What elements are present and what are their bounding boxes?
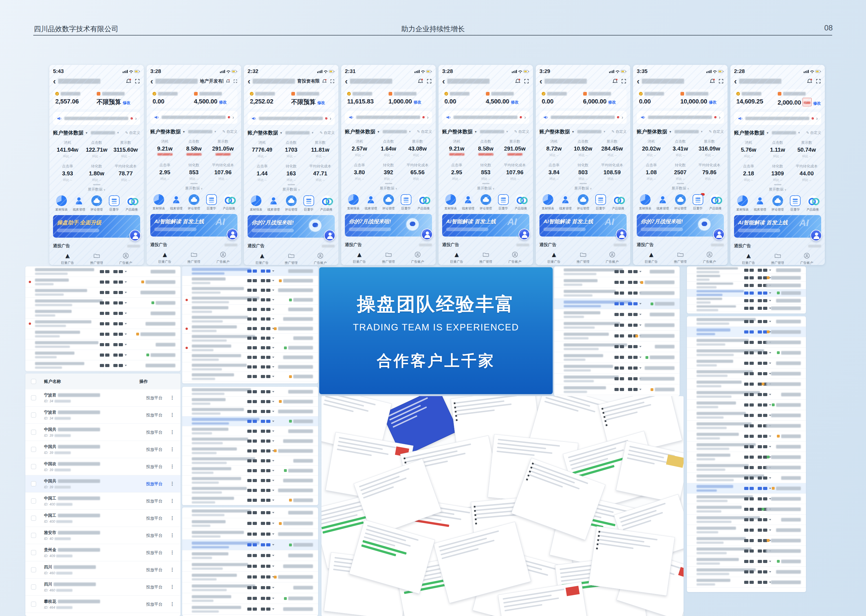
announcement-bar[interactable]: › [150,111,237,124]
modify-budget-link[interactable]: 修改 [813,101,821,105]
customer-service-button[interactable] [324,230,335,241]
back-icon[interactable]: ‹ [150,77,153,85]
bell-icon[interactable] [417,78,424,84]
nav-juliang-ads[interactable]: ▲巨量广告 [450,250,463,264]
platform-link[interactable]: 投放平台 [146,464,162,470]
nav-promotion-management[interactable]: 推广管理 [479,250,492,264]
app-juliang-academy[interactable]: 巨量学 [690,194,706,211]
back-icon[interactable]: ‹ [53,77,56,85]
app-leads-management[interactable]: 线索管理 [168,194,184,211]
ad-section-link-redacted[interactable] [614,244,627,247]
custom-range-button[interactable]: ✎ 自定义 [125,130,140,135]
nav-promotion-management[interactable]: 推广管理 [187,250,201,264]
expand-data-button[interactable]: 展开数据 ∨ [734,184,821,192]
nav-juliang-ads[interactable]: ▲巨量广告 [548,250,561,264]
expand-data-button[interactable]: 展开数据 ∨ [53,184,140,192]
customer-service-button[interactable] [713,229,725,240]
app-leads-management[interactable]: 线索管理 [71,195,87,212]
custom-range-button[interactable]: ✎ 自定义 [611,129,627,134]
bell-icon[interactable] [515,78,521,84]
fullscreen-icon[interactable] [233,79,237,84]
custom-range-button[interactable]: ✎ 自定义 [319,130,335,135]
account-table-row[interactable]: 攀枝花 ID:464 投放平台 ⋮ [25,596,181,613]
section-title[interactable]: 账户整体数据 [248,129,278,136]
expand-data-button[interactable]: 展开数据 ∨ [248,184,335,192]
row-checkbox[interactable] [31,585,36,589]
bell-icon[interactable] [806,78,813,84]
more-vertical-icon[interactable]: ⋮ [170,429,175,435]
account-table-row[interactable]: 四川 ID:460 投放平台 ⋮ [25,578,181,596]
nav-ad-accounts[interactable]: 广告账户 [606,250,619,264]
platform-link[interactable]: 投放平台 [146,567,162,573]
app-juliang-academy[interactable]: 巨量学 [593,194,608,211]
modify-budget-link[interactable]: 修改 [608,100,616,104]
nav-ad-accounts[interactable]: 广告账户 [703,250,716,264]
nav-juliang-ads[interactable]: ▲巨量广告 [256,251,269,265]
app-leads-management[interactable]: 线索管理 [655,194,671,211]
modify-budget-link[interactable]: 修改 [511,100,519,104]
nav-promotion-management[interactable]: 推广管理 [90,251,103,265]
date-range-redacted[interactable] [480,130,504,134]
ad-section-link-redacted[interactable] [419,244,432,247]
section-title[interactable]: 账户整体数据 [442,128,473,135]
expand-data-button[interactable]: 展开数据 ∨ [442,183,529,191]
account-table-row[interactable]: 中国共 ID:39 投放平台 ⋮ [25,441,181,458]
fullscreen-icon[interactable] [816,79,821,84]
date-range-redacted[interactable] [91,131,115,135]
platform-link[interactable]: 投放平台 [146,412,162,418]
announcement-bar[interactable]: › [53,112,140,125]
row-checkbox[interactable] [31,430,36,435]
nav-ad-accounts[interactable]: 广告账户 [411,250,424,264]
back-icon[interactable]: ‹ [734,77,737,85]
promo-banner[interactable]: 操盘助手 全面升级 [53,215,140,238]
date-range-redacted[interactable] [383,130,407,134]
account-table-row[interactable]: 四川 ID:460 投放平台 ⋮ [25,561,181,578]
back-icon[interactable]: ‹ [637,77,640,85]
ad-section-link-redacted[interactable] [711,244,724,247]
custom-range-button[interactable]: ✎ 自定义 [806,130,821,135]
announcement-bar[interactable]: › [734,112,821,125]
app-material-reports[interactable]: 素材报表 [248,195,264,212]
more-vertical-icon[interactable]: ⋮ [170,395,175,401]
bell-icon[interactable] [126,78,132,84]
row-checkbox[interactable] [31,567,36,572]
date-range-redacted[interactable] [772,131,796,135]
nav-ad-accounts[interactable]: 广告账户 [508,250,522,264]
app-product-boost[interactable]: 产品助推 [707,194,723,211]
customer-service-button[interactable] [421,229,432,240]
nav-ad-accounts[interactable]: 广告账户 [217,250,229,264]
promo-banner[interactable]: 你的7月战报来啦! [345,214,432,237]
app-comment-management[interactable]: 评论管理 [186,194,202,211]
row-checkbox[interactable] [31,412,36,418]
ad-section-link-redacted[interactable] [225,244,237,247]
account-table-row[interactable]: 贵州金 ID:409 投放平台 ⋮ [25,544,181,561]
platform-link[interactable]: 投放平台 [146,447,162,452]
expand-data-button[interactable]: 展开数据 ∨ [150,183,237,191]
app-comment-management[interactable]: 评论管理 [673,194,688,211]
date-range-redacted[interactable] [188,130,212,134]
custom-range-button[interactable]: ✎ 自定义 [417,129,432,134]
platform-link[interactable]: 投放平台 [146,395,162,401]
ad-section-link-redacted[interactable] [322,245,335,248]
promo-banner[interactable]: 你的7月战报来啦! [248,215,335,238]
nav-promotion-management[interactable]: 推广管理 [771,251,784,265]
nav-juliang-ads[interactable]: ▲巨量广告 [61,251,74,265]
modify-budget-link[interactable]: 修改 [709,100,717,104]
more-vertical-icon[interactable]: ⋮ [170,498,175,504]
more-vertical-icon[interactable]: ⋮ [170,584,175,590]
account-table-row[interactable]: 宁波君 ID:34 投放平台 ⋮ [25,407,181,424]
app-product-boost[interactable]: 产品助推 [416,194,431,211]
section-title[interactable]: 账户整体数据 [539,128,570,135]
announcement-bar[interactable]: › [442,111,529,124]
app-comment-management[interactable]: 评论管理 [575,194,591,211]
customer-service-button[interactable] [616,229,627,240]
announcement-bar[interactable]: › [345,111,432,124]
app-juliang-academy[interactable]: 巨量学 [495,194,511,211]
account-table-row[interactable]: 中国共 ID:39 投放平台 ⋮ [25,475,181,492]
more-vertical-icon[interactable]: ⋮ [170,532,175,539]
section-title[interactable]: 账户整体数据 [345,128,375,135]
custom-range-button[interactable]: ✎ 自定义 [514,129,529,134]
expand-data-button[interactable]: 展开数据 ∨ [637,183,724,191]
app-product-boost[interactable]: 产品助推 [318,195,334,212]
more-vertical-icon[interactable]: ⋮ [170,515,175,521]
